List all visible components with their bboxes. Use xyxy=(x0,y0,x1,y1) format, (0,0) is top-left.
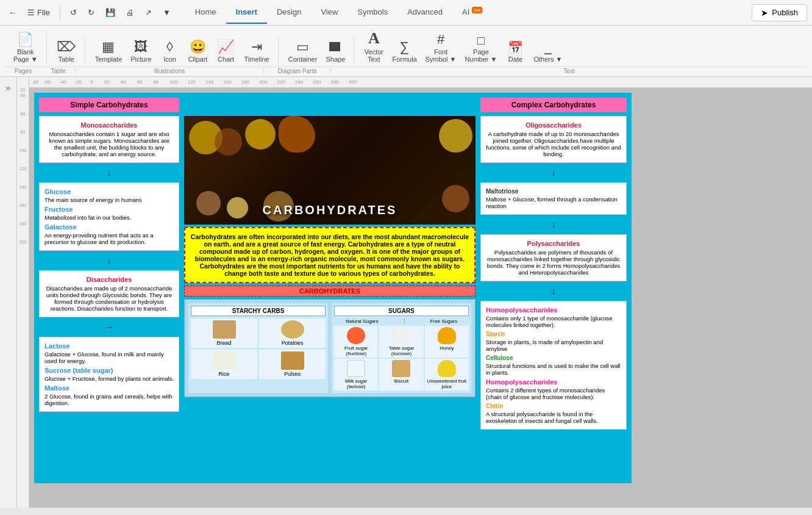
date-label: Date xyxy=(508,56,522,63)
canvas-area: -80 -60 -40 -20 0 20 40 60 80 100 120 14… xyxy=(29,77,812,508)
biscuit-pic xyxy=(392,360,410,377)
monosaccharides-text: Monosaccharides contain 1 sugar and are … xyxy=(45,131,174,157)
vector-text-button[interactable]: A VectorText xyxy=(360,28,387,65)
tab-home[interactable]: Home xyxy=(185,1,226,24)
label-pages: Pages xyxy=(5,68,41,74)
date-button[interactable]: 📅 Date xyxy=(502,39,529,65)
top-bar: ← ☰ File ↺ ↻ 💾 🖨 ↗ ▼ Home Insert Design … xyxy=(0,0,812,26)
main-area: » 20 40 60 80 100 120 140 160 180 200 -8… xyxy=(0,77,812,508)
homo1-title: Homopolysaccharides xyxy=(486,306,621,314)
pulses-pic xyxy=(281,351,304,370)
others-button[interactable]: ⎯ Others ▼ xyxy=(530,39,566,65)
shape-button[interactable]: ⯀ Shape xyxy=(322,38,349,65)
ruler-mark-40: 40 xyxy=(17,92,29,110)
blank-page-button[interactable]: 📄 BlankPage ▼ xyxy=(10,31,41,65)
homo2-text: Contains 2 different types of monosaccha… xyxy=(486,387,621,400)
toolbar-section-illustrations: ▦ Template 🖼 Picture ◊ Icon 😀 Clipart 📈 … xyxy=(87,38,279,65)
template-label: Template xyxy=(95,56,123,63)
monosaccharides-box: Monosaccharides Monosaccharides contain … xyxy=(39,116,179,163)
publish-button[interactable]: ➤ Publish xyxy=(752,4,807,21)
tab-advanced[interactable]: Advanced xyxy=(397,1,452,24)
food-blob-5 xyxy=(196,191,221,215)
arrow2: ↓ xyxy=(39,255,179,266)
table-sugar-pic xyxy=(392,327,410,344)
more-button[interactable]: ▼ xyxy=(159,5,174,20)
disaccharides-text: Disaccharides are made up of 2 monosacch… xyxy=(45,285,174,312)
undo-button[interactable]: ↺ xyxy=(66,5,80,20)
shape-label: Shape xyxy=(326,56,346,63)
main-grid: Monosaccharides Monosaccharides contain … xyxy=(39,116,627,430)
sugar-sub-labels: Natural Sugars Free Sugars xyxy=(334,319,469,324)
chart-icon: 📈 xyxy=(218,40,234,54)
picture-button[interactable]: 🖼 Picture xyxy=(127,38,155,65)
tab-view[interactable]: View xyxy=(311,1,347,24)
simple-carbs-label: Simple Carbohydrates xyxy=(39,98,179,112)
food-item-potatoes: Potatoes xyxy=(259,319,326,348)
lactose-box: Lactose Galactose + Glucose, found in mi… xyxy=(39,337,179,412)
tab-symbols[interactable]: Symbols xyxy=(347,1,397,24)
picture-icon: 🖼 xyxy=(134,40,148,54)
left-column: Monosaccharides Monosaccharides contain … xyxy=(39,116,179,430)
export-button[interactable]: ↗ xyxy=(141,5,155,20)
more-icon: ▼ xyxy=(163,8,171,17)
label-diagram: Diagram Parts xyxy=(264,68,331,74)
container-button[interactable]: ▭ Container xyxy=(285,38,321,65)
formula-button[interactable]: ∑ Formula xyxy=(388,38,420,65)
publish-icon: ➤ xyxy=(761,8,768,18)
maltotriose-box: Maltotriose Maltose + Glucose, formed th… xyxy=(480,182,627,215)
ruler-mark-200: 200 xyxy=(17,239,29,257)
fruit-sugar-pic xyxy=(347,327,365,344)
honey-label: Honey xyxy=(440,345,454,351)
date-icon: 📅 xyxy=(508,41,523,54)
save-button[interactable]: 💾 xyxy=(102,5,119,20)
sugars-section: SUGARS Natural Sugars Free Sugars xyxy=(332,303,471,393)
carb-title-overlay: CARBOHYDRATES xyxy=(263,203,397,217)
ruler-mark-100: 100 xyxy=(17,147,29,165)
icon-button[interactable]: ◊ Icon xyxy=(157,38,183,65)
complex-carbs-label: Complex Carbohydrates xyxy=(480,98,627,112)
tab-design[interactable]: Design xyxy=(267,1,311,24)
print-button[interactable]: 🖨 xyxy=(123,5,138,20)
center-column: CARBOHYDRATES Carbohydrates are often in… xyxy=(184,116,475,430)
font-symbol-button[interactable]: # FontSymbol ▼ xyxy=(422,31,460,65)
icon-label: Icon xyxy=(163,56,176,63)
template-button[interactable]: ▦ Template xyxy=(91,38,126,65)
label-table: Table xyxy=(41,68,75,74)
bread-label: Bread xyxy=(216,340,231,346)
chitin-text: A structural polysaccharide is found in … xyxy=(486,411,621,424)
maltotriose-text: Maltose + Glucose, formed through a cond… xyxy=(486,196,621,209)
timeline-icon: ⇥ xyxy=(251,40,262,54)
back-button[interactable]: ← xyxy=(5,5,20,20)
menu-icon: ☰ xyxy=(27,8,35,17)
redo-button[interactable]: ↻ xyxy=(84,5,98,20)
milk-sugar-pic xyxy=(347,360,365,377)
publish-label: Publish xyxy=(772,8,798,17)
divider xyxy=(60,6,60,20)
formula-label: Formula xyxy=(392,56,416,63)
chart-button[interactable]: 📈 Chart xyxy=(213,38,240,65)
font-symbol-icon: # xyxy=(437,33,444,46)
carb-description: Carbohydrates are often incorporated int… xyxy=(191,233,469,277)
starchy-section: STARCHY CARBS Bread Potatoes xyxy=(188,303,328,393)
canvas-scroll[interactable]: Simple Carbohydrates Complex Carbohydrat… xyxy=(29,88,812,508)
print-icon: 🖨 xyxy=(126,8,134,17)
maltose-title: Maltose xyxy=(45,384,174,392)
clipart-button[interactable]: 😀 Clipart xyxy=(185,38,212,65)
clipart-icon: 😀 xyxy=(190,40,206,54)
tab-insert[interactable]: Insert xyxy=(226,1,267,24)
starch-title: Starch xyxy=(486,331,621,337)
collapse-button[interactable]: » xyxy=(0,77,17,508)
sucrose-text: Glucose + Fructose, formed by plants not… xyxy=(45,375,174,382)
polysaccharides-title: Polysaccharides xyxy=(486,240,621,247)
carb-photo: CARBOHYDRATES xyxy=(184,116,475,225)
page-number-button[interactable]: □ PageNumber ▼ xyxy=(461,32,500,65)
menu-button[interactable]: ☰ File xyxy=(24,5,54,20)
save-icon: 💾 xyxy=(105,8,115,17)
ruler-mark-180: 180 xyxy=(17,220,29,239)
table-button[interactable]: ⌦ Table xyxy=(53,38,80,65)
tab-ai[interactable]: AI hot xyxy=(452,1,492,24)
blank-page-icon: 📄 xyxy=(17,33,34,46)
homo2-title: Homopolysaccharides xyxy=(486,378,621,386)
timeline-button[interactable]: ⇥ Timeline xyxy=(241,38,273,65)
polysaccharides-text: Polysaccharides are polymers of thousand… xyxy=(486,249,621,276)
